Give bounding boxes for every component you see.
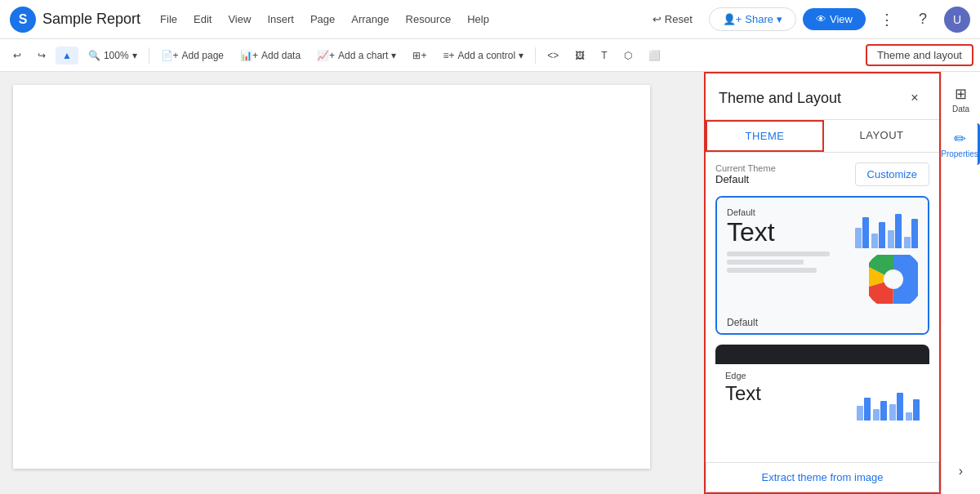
image-button[interactable]: 🖼	[568, 47, 591, 65]
edge-card-body: Edge Text	[715, 364, 929, 429]
customize-button[interactable]: Customize	[855, 162, 929, 186]
add-component-button[interactable]: ⊞+	[406, 47, 433, 65]
bar-group-4	[904, 219, 918, 248]
toolbar: ↩ ↪ ▲ 🔍 100% ▾ 📄+ Add page 📊+ Add data 📈…	[0, 39, 980, 72]
bar-4b	[911, 219, 918, 248]
reset-button[interactable]: ↩ Reset	[643, 8, 702, 30]
bar-group-2	[871, 222, 885, 248]
redo-button[interactable]: ↪	[31, 47, 52, 65]
toolbar-divider-1	[149, 47, 149, 64]
more-options-button[interactable]: ⋮	[872, 5, 902, 34]
right-sidebar: ⊞ Data ✏ Properties ›	[941, 72, 980, 494]
add-data-icon: 📊+	[240, 50, 258, 61]
sidebar-item-properties[interactable]: ✏ Properties	[942, 123, 980, 165]
bar-3b	[895, 214, 902, 248]
current-theme-name: Default	[715, 173, 776, 185]
theme-line-3	[727, 268, 817, 273]
theme-card-default[interactable]: Default Text	[715, 196, 929, 335]
properties-label: Properties	[941, 149, 978, 158]
current-theme-row: Current Theme Default Customize	[715, 162, 929, 186]
zoom-icon: 🔍	[88, 50, 100, 61]
menu-resource[interactable]: Resource	[399, 10, 458, 29]
code-icon: <>	[547, 50, 559, 61]
cursor-icon: ▲	[62, 50, 72, 61]
zoom-button[interactable]: 🔍 100% ▾	[82, 47, 144, 65]
menu-page[interactable]: Page	[304, 10, 341, 29]
menu-insert[interactable]: Insert	[261, 10, 301, 29]
mini-pie-chart	[869, 255, 918, 304]
tab-theme[interactable]: THEME	[706, 120, 824, 152]
share-button[interactable]: 👤+ Share ▾	[709, 7, 796, 31]
bar-3a	[888, 230, 894, 248]
control-dropdown-icon: ▾	[519, 50, 523, 61]
sidebar-expand-button[interactable]: ›	[951, 461, 971, 481]
edge-bar-group-3	[889, 393, 903, 421]
help-button[interactable]: ?	[908, 5, 938, 34]
theme-card-left: Default Text	[727, 207, 855, 273]
bar-1a	[855, 228, 862, 248]
edge-bar-2b	[880, 401, 887, 421]
canvas-page	[13, 85, 650, 469]
avatar: U	[944, 7, 970, 33]
edge-card-left: Edge Text	[725, 371, 857, 429]
properties-icon: ✏	[954, 130, 966, 148]
theme-card-edge[interactable]: Edge Text	[715, 345, 929, 429]
data-icon: ⊞	[955, 85, 967, 103]
menu-bar: File Edit View Insert Page Arrange Resou…	[154, 10, 496, 29]
app-title: Sample Report	[42, 11, 140, 28]
menu-view[interactable]: View	[221, 10, 257, 29]
edge-bar-1a	[857, 406, 863, 421]
app-logo: S	[10, 7, 36, 33]
edge-bar-4a	[906, 412, 912, 421]
bar-2a	[871, 234, 878, 248]
reset-icon: ↩	[653, 13, 662, 25]
edge-theme-label: Edge	[725, 371, 857, 381]
add-chart-button[interactable]: 📈+ Add a chart ▾	[310, 47, 403, 65]
text-button[interactable]: T	[595, 47, 613, 65]
add-data-button[interactable]: 📊+ Add data	[234, 47, 307, 65]
edge-bar-group-1	[857, 398, 871, 421]
edge-bar-3b	[897, 393, 903, 421]
add-control-button[interactable]: ≡+ Add a control ▾	[436, 47, 530, 65]
line-icon: ⬡	[624, 50, 632, 61]
theme-card-footer: Default	[717, 312, 928, 333]
main-area: Theme and Layout × THEME LAYOUT Current …	[0, 72, 980, 494]
current-theme-label: Current Theme	[715, 163, 776, 173]
line-button[interactable]: ⬡	[617, 47, 639, 65]
default-theme-label: Default	[727, 207, 855, 217]
data-label: Data	[952, 105, 969, 113]
border-button[interactable]: ⬜	[642, 47, 667, 65]
panel-close-button[interactable]: ×	[903, 87, 926, 109]
menu-edit[interactable]: Edit	[187, 10, 218, 29]
control-icon: ≡+	[443, 50, 454, 61]
menu-arrange[interactable]: Arrange	[345, 10, 395, 29]
share-dropdown-icon: ▾	[777, 13, 782, 25]
add-page-icon: 📄+	[161, 50, 179, 61]
edge-bar-group-2	[873, 401, 887, 421]
top-bar: S Sample Report File Edit View Insert Pa…	[0, 0, 980, 39]
sidebar-item-data[interactable]: ⊞ Data	[942, 78, 980, 120]
undo-button[interactable]: ↩	[7, 47, 28, 65]
theme-card-default-inner: Default Text	[717, 198, 928, 312]
panel-tabs: THEME LAYOUT	[706, 120, 939, 153]
bar-group-3	[888, 214, 902, 248]
border-icon: ⬜	[648, 50, 661, 61]
add-chart-dropdown-icon: ▾	[391, 50, 396, 61]
menu-file[interactable]: File	[154, 10, 184, 29]
edge-bar-2a	[873, 409, 880, 421]
code-button[interactable]: <>	[541, 47, 565, 65]
default-theme-footer-label: Default	[727, 317, 758, 328]
add-page-button[interactable]: 📄+ Add page	[154, 47, 230, 65]
default-theme-text: Text	[727, 219, 855, 245]
view-button[interactable]: 👁 View	[803, 8, 866, 30]
extract-theme-button[interactable]: Extract theme from image	[706, 462, 939, 492]
toolbar-divider-2	[535, 47, 536, 64]
tab-layout[interactable]: LAYOUT	[824, 120, 939, 152]
panel-title: Theme and Layout	[719, 90, 841, 107]
select-button[interactable]: ▲	[56, 47, 78, 65]
bar-1b	[862, 217, 869, 248]
theme-panel: Theme and Layout × THEME LAYOUT Current …	[704, 72, 941, 494]
theme-layout-button[interactable]: Theme and layout	[866, 44, 973, 66]
menu-help[interactable]: Help	[461, 10, 496, 29]
theme-line-1	[727, 251, 830, 256]
